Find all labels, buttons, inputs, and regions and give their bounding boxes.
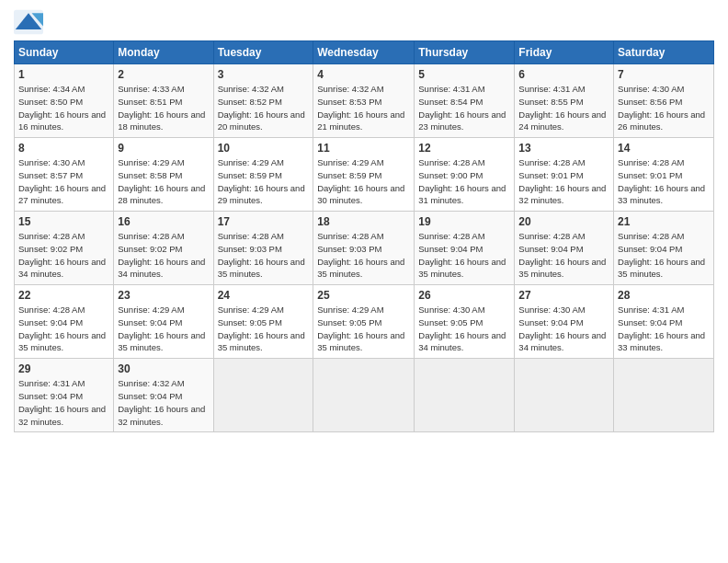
calendar-cell: 16Sunrise: 4:28 AMSunset: 9:02 PMDayligh…: [114, 212, 213, 285]
day-number: 24: [218, 289, 310, 302]
calendar-cell: [313, 359, 415, 432]
calendar-cell: 21Sunrise: 4:28 AMSunset: 9:04 PMDayligh…: [614, 212, 714, 285]
weekday-saturday: Saturday: [614, 41, 714, 64]
day-info: Sunrise: 4:29 AMSunset: 9:05 PMDaylight:…: [218, 304, 310, 354]
day-number: 13: [518, 142, 609, 155]
calendar-table: SundayMondayTuesdayWednesdayThursdayFrid…: [14, 40, 714, 432]
day-info: Sunrise: 4:31 AMSunset: 9:04 PMDaylight:…: [618, 304, 710, 354]
day-number: 20: [518, 215, 609, 228]
day-info: Sunrise: 4:31 AMSunset: 8:54 PMDaylight:…: [418, 83, 510, 133]
day-number: 15: [18, 215, 109, 228]
calendar-cell: 2Sunrise: 4:33 AMSunset: 8:51 PMDaylight…: [114, 64, 213, 138]
day-info: Sunrise: 4:29 AMSunset: 9:05 PMDaylight:…: [317, 304, 410, 354]
calendar-cell: 19Sunrise: 4:28 AMSunset: 9:04 PMDayligh…: [415, 212, 515, 285]
calendar-cell: 3Sunrise: 4:32 AMSunset: 8:52 PMDaylight…: [213, 64, 313, 138]
logo: [14, 9, 47, 35]
day-info: Sunrise: 4:29 AMSunset: 9:04 PMDaylight:…: [118, 304, 209, 354]
day-info: Sunrise: 4:32 AMSunset: 9:04 PMDaylight:…: [118, 377, 209, 428]
weekday-monday: Monday: [114, 41, 213, 64]
calendar-cell: 1Sunrise: 4:34 AMSunset: 8:50 PMDaylight…: [15, 64, 114, 138]
day-number: 7: [618, 68, 710, 81]
calendar-week-row: 8Sunrise: 4:30 AMSunset: 8:57 PMDaylight…: [15, 138, 714, 212]
day-number: 12: [418, 142, 510, 155]
day-info: Sunrise: 4:31 AMSunset: 9:04 PMDaylight:…: [18, 377, 109, 428]
calendar-cell: 10Sunrise: 4:29 AMSunset: 8:59 PMDayligh…: [213, 138, 313, 212]
day-number: 30: [118, 362, 209, 375]
weekday-thursday: Thursday: [415, 41, 515, 64]
day-number: 10: [218, 142, 310, 155]
day-info: Sunrise: 4:28 AMSunset: 9:04 PMDaylight:…: [18, 304, 109, 354]
calendar-cell: 25Sunrise: 4:29 AMSunset: 9:05 PMDayligh…: [313, 285, 415, 359]
day-number: 17: [218, 215, 310, 228]
day-info: Sunrise: 4:30 AMSunset: 9:04 PMDaylight:…: [518, 304, 609, 354]
day-info: Sunrise: 4:31 AMSunset: 8:55 PMDaylight:…: [518, 83, 609, 133]
calendar-cell: 28Sunrise: 4:31 AMSunset: 9:04 PMDayligh…: [614, 285, 714, 359]
calendar-week-row: 15Sunrise: 4:28 AMSunset: 9:02 PMDayligh…: [15, 212, 714, 285]
page-container: SundayMondayTuesdayWednesdayThursdayFrid…: [0, 0, 728, 442]
weekday-header-row: SundayMondayTuesdayWednesdayThursdayFrid…: [15, 41, 714, 64]
day-info: Sunrise: 4:28 AMSunset: 9:04 PMDaylight:…: [618, 230, 710, 281]
day-info: Sunrise: 4:29 AMSunset: 8:59 PMDaylight:…: [317, 156, 410, 207]
weekday-wednesday: Wednesday: [313, 41, 415, 64]
day-info: Sunrise: 4:33 AMSunset: 8:51 PMDaylight:…: [118, 83, 209, 133]
calendar-cell: 4Sunrise: 4:32 AMSunset: 8:53 PMDaylight…: [313, 64, 415, 138]
day-number: 5: [418, 68, 510, 81]
calendar-cell: 14Sunrise: 4:28 AMSunset: 9:01 PMDayligh…: [614, 138, 714, 212]
day-number: 26: [418, 289, 510, 302]
day-number: 16: [118, 215, 209, 228]
calendar-cell: 23Sunrise: 4:29 AMSunset: 9:04 PMDayligh…: [114, 285, 213, 359]
day-number: 14: [618, 142, 710, 155]
day-info: Sunrise: 4:28 AMSunset: 9:03 PMDaylight:…: [317, 230, 410, 281]
day-number: 6: [518, 68, 609, 81]
calendar-cell: 27Sunrise: 4:30 AMSunset: 9:04 PMDayligh…: [515, 285, 614, 359]
day-info: Sunrise: 4:28 AMSunset: 9:00 PMDaylight:…: [418, 156, 510, 207]
logo-icon: [14, 9, 43, 35]
calendar-cell: 17Sunrise: 4:28 AMSunset: 9:03 PMDayligh…: [213, 212, 313, 285]
calendar-cell: [415, 359, 515, 432]
weekday-friday: Friday: [515, 41, 614, 64]
calendar-week-row: 22Sunrise: 4:28 AMSunset: 9:04 PMDayligh…: [15, 285, 714, 359]
day-info: Sunrise: 4:32 AMSunset: 8:53 PMDaylight:…: [317, 83, 410, 133]
calendar-cell: 15Sunrise: 4:28 AMSunset: 9:02 PMDayligh…: [15, 212, 114, 285]
day-info: Sunrise: 4:30 AMSunset: 8:57 PMDaylight:…: [18, 156, 109, 207]
day-number: 21: [618, 215, 710, 228]
day-info: Sunrise: 4:34 AMSunset: 8:50 PMDaylight:…: [18, 83, 109, 133]
calendar-cell: 24Sunrise: 4:29 AMSunset: 9:05 PMDayligh…: [213, 285, 313, 359]
day-info: Sunrise: 4:30 AMSunset: 9:05 PMDaylight:…: [418, 304, 510, 354]
header: [14, 9, 714, 35]
calendar-cell: 26Sunrise: 4:30 AMSunset: 9:05 PMDayligh…: [415, 285, 515, 359]
calendar-cell: 30Sunrise: 4:32 AMSunset: 9:04 PMDayligh…: [114, 359, 213, 432]
day-number: 11: [317, 142, 410, 155]
weekday-tuesday: Tuesday: [213, 41, 313, 64]
day-number: 29: [18, 362, 109, 375]
day-number: 2: [118, 68, 209, 81]
calendar-cell: 13Sunrise: 4:28 AMSunset: 9:01 PMDayligh…: [515, 138, 614, 212]
day-info: Sunrise: 4:28 AMSunset: 9:02 PMDaylight:…: [118, 230, 209, 281]
calendar-cell: 9Sunrise: 4:29 AMSunset: 8:58 PMDaylight…: [114, 138, 213, 212]
calendar-cell: [213, 359, 313, 432]
day-number: 28: [618, 289, 710, 302]
day-number: 27: [518, 289, 609, 302]
calendar-cell: 5Sunrise: 4:31 AMSunset: 8:54 PMDaylight…: [415, 64, 515, 138]
day-info: Sunrise: 4:29 AMSunset: 8:59 PMDaylight:…: [218, 156, 310, 207]
calendar-cell: 7Sunrise: 4:30 AMSunset: 8:56 PMDaylight…: [614, 64, 714, 138]
calendar-cell: [614, 359, 714, 432]
day-number: 3: [218, 68, 310, 81]
calendar-week-row: 29Sunrise: 4:31 AMSunset: 9:04 PMDayligh…: [15, 359, 714, 432]
day-info: Sunrise: 4:28 AMSunset: 9:01 PMDaylight:…: [518, 156, 609, 207]
calendar-cell: [515, 359, 614, 432]
day-number: 18: [317, 215, 410, 228]
day-number: 25: [317, 289, 410, 302]
day-number: 1: [18, 68, 109, 81]
calendar-cell: 6Sunrise: 4:31 AMSunset: 8:55 PMDaylight…: [515, 64, 614, 138]
day-number: 22: [18, 289, 109, 302]
day-info: Sunrise: 4:28 AMSunset: 9:04 PMDaylight:…: [518, 230, 609, 281]
calendar-week-row: 1Sunrise: 4:34 AMSunset: 8:50 PMDaylight…: [15, 64, 714, 138]
day-info: Sunrise: 4:28 AMSunset: 9:02 PMDaylight:…: [18, 230, 109, 281]
weekday-sunday: Sunday: [15, 41, 114, 64]
calendar-cell: 18Sunrise: 4:28 AMSunset: 9:03 PMDayligh…: [313, 212, 415, 285]
day-number: 8: [18, 142, 109, 155]
day-number: 19: [418, 215, 510, 228]
day-info: Sunrise: 4:28 AMSunset: 9:03 PMDaylight:…: [218, 230, 310, 281]
calendar-cell: 11Sunrise: 4:29 AMSunset: 8:59 PMDayligh…: [313, 138, 415, 212]
